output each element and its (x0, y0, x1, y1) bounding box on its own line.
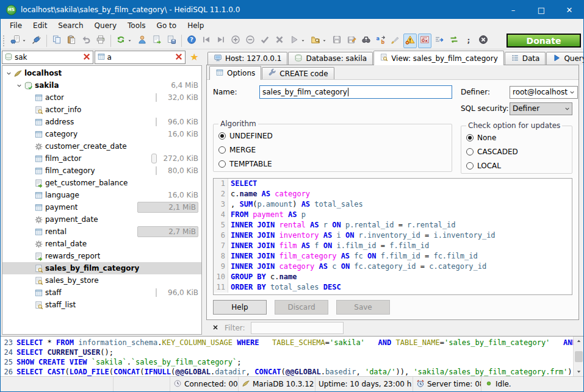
next-result-button[interactable] (433, 34, 446, 48)
cancel-query-button[interactable] (477, 34, 490, 48)
dropdown-caret-icon[interactable] (21, 38, 27, 43)
menu-item-tools[interactable]: Tools (122, 20, 151, 32)
tree-item-sales_by_film_category[interactable]: sales_by_film_category (2, 262, 201, 274)
nav-first-button[interactable] (200, 34, 213, 48)
main-tab-query[interactable]: Query (546, 52, 584, 65)
sql-log-panel[interactable]: 23SELECT * FROM information_schema.KEY_C… (1, 336, 583, 376)
menu-item-go-to[interactable]: Go to (151, 20, 182, 32)
tree-item-rental[interactable]: rental2,7 MiB (2, 226, 201, 238)
sql-security-select[interactable]: Definer (510, 102, 572, 115)
undo-button[interactable] (79, 34, 93, 48)
find-text-button[interactable] (359, 34, 373, 48)
stop-on-errors-button[interactable] (403, 34, 417, 48)
check-option-radio-local[interactable]: LOCAL (466, 159, 567, 173)
export-tables-button[interactable] (150, 34, 164, 48)
user-manager-button[interactable] (135, 34, 149, 48)
paste-button[interactable] (65, 34, 78, 48)
scroll-thumb[interactable] (575, 351, 583, 362)
tree-item-category[interactable]: category16,0 KiB (2, 128, 201, 140)
tree-item-sakila[interactable]: sakila6,4 MiB (2, 79, 201, 91)
tree-item-actor[interactable]: actor32,0 KiB (2, 91, 201, 104)
reformat-sql-button[interactable] (389, 34, 402, 48)
dropdown-caret-icon[interactable] (322, 38, 327, 43)
menu-item-help[interactable]: Help (182, 20, 209, 32)
nav-last-button[interactable] (214, 34, 228, 48)
tree-item-payment_date[interactable]: payment_date (2, 213, 201, 226)
minimize-button[interactable]: – (499, 1, 527, 19)
replace-text-button[interactable]: ab (374, 34, 388, 48)
tree-item-sales_by_store[interactable]: sales_by_store (2, 274, 201, 287)
check-option-radio-cascaded[interactable]: CASCADED (466, 144, 567, 159)
tree-item-rental_date[interactable]: rental_date (2, 238, 201, 250)
session-manager-button[interactable] (9, 34, 29, 48)
save-snippet-button[interactable] (165, 34, 178, 48)
log-scrollbar[interactable] (573, 337, 583, 376)
toolbar-grip[interactable] (3, 35, 5, 46)
algorithm-radio-undefined[interactable]: UNDEFINED (218, 129, 447, 143)
delete-row-button[interactable] (243, 34, 257, 48)
execute-sql-button[interactable] (287, 34, 308, 48)
tree-item-language[interactable]: language16,0 KiB (2, 189, 201, 201)
algorithm-radio-merge[interactable]: MERGE (218, 143, 447, 157)
main-tab-view-sales-by-film-category[interactable]: View: sales_by_film_category (373, 51, 504, 65)
tree-item-film_category[interactable]: film_category80,0 KiB (2, 165, 201, 177)
save-sql-button[interactable] (330, 34, 344, 48)
bind-params-button[interactable] (447, 34, 461, 48)
name-input[interactable]: sales_by_film_category (259, 85, 452, 99)
main-tab-data[interactable]: Data (505, 52, 546, 65)
close-filter-icon[interactable] (212, 324, 219, 333)
favorites-filter-button[interactable]: ★ (187, 51, 202, 64)
tree-item-localhost[interactable]: localhost (2, 67, 201, 79)
definer-select[interactable]: root@localhost (510, 86, 578, 99)
menu-item-file[interactable]: File (4, 20, 27, 32)
load-sql-file-button[interactable] (309, 34, 329, 48)
dropdown-caret-icon[interactable] (127, 38, 132, 43)
maximize-button[interactable]: □ (527, 1, 555, 19)
save-sql-as-button[interactable] (345, 34, 358, 48)
close-button[interactable]: ✕ (555, 1, 583, 19)
tree-item-address[interactable]: address96,0 KiB (2, 116, 201, 128)
menu-item-query[interactable]: Query (89, 20, 122, 32)
tree-item-rewards_report[interactable]: rewards_report (2, 250, 201, 262)
post-changes-button[interactable] (258, 34, 272, 48)
single-queries-button[interactable]: ; (462, 34, 475, 48)
clear-database-filter-icon[interactable] (82, 52, 91, 63)
table-filter-input[interactable]: a (95, 51, 186, 64)
check-option-radio-none[interactable]: None (466, 130, 567, 144)
chevron-expanded-icon[interactable] (15, 82, 23, 89)
dropdown-caret-icon[interactable] (300, 38, 306, 43)
menu-item-edit[interactable]: Edit (27, 20, 52, 32)
chevron-expanded-icon[interactable] (4, 70, 13, 77)
help-button[interactable]: ? (185, 34, 198, 48)
tree-item-actor_info[interactable]: actor_info (2, 104, 201, 116)
cancel-editing-icon (275, 35, 284, 46)
scroll-down-icon[interactable] (574, 367, 583, 376)
database-filter-input[interactable]: sak (2, 51, 93, 64)
sub-tab-options[interactable]: Options (209, 66, 261, 80)
disconnect-button[interactable] (30, 34, 43, 48)
main-tab-host-127-0-0-1[interactable]: Host: 127.0.0.1 (207, 52, 287, 65)
tree-item-film_actor[interactable]: film_actor272,0 KiB (2, 152, 201, 165)
cancel-editing-button[interactable] (273, 34, 286, 48)
algorithm-radio-temptable[interactable]: TEMPTABLE (218, 157, 447, 171)
insert-row-button[interactable] (229, 34, 242, 48)
help-button[interactable]: Help (213, 300, 267, 315)
clear-table-filter-icon[interactable] (175, 52, 183, 63)
tree-item-staff[interactable]: staff96,0 KiB (2, 287, 201, 299)
blob-as-hex-button[interactable]: 0x (418, 34, 431, 48)
tree-item-customer_create_date[interactable]: customer_create_date (2, 140, 201, 152)
tree-item-staff_list[interactable]: staff_list (2, 299, 201, 311)
tree-item-payment[interactable]: payment2,1 MiB (2, 201, 201, 213)
main-tab-database-sakila[interactable]: Database: sakila (288, 52, 373, 65)
data-filter-input[interactable] (251, 322, 344, 334)
tree-item-get_customer_balance[interactable]: get_customer_balance (2, 177, 201, 189)
copy-button[interactable] (50, 34, 63, 48)
refresh-button[interactable] (114, 34, 134, 48)
print-button[interactable] (94, 34, 107, 48)
view-sql-editor[interactable]: 1SELECT2c.name AS category3, SUM(p.amoun… (213, 178, 572, 295)
line-number: 2 (214, 189, 228, 199)
scroll-up-icon[interactable] (574, 337, 583, 346)
menu-item-search[interactable]: Search (52, 20, 88, 32)
donate-button[interactable]: Donate (506, 34, 581, 48)
sub-tab-create-code[interactable]: CREATE code (262, 67, 334, 79)
